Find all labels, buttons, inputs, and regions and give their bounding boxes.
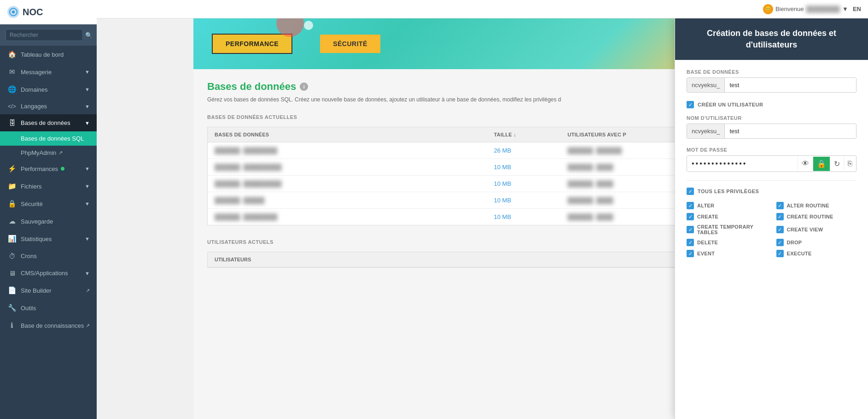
sidebar-item-tableau-de-bord[interactable]: 🏠 Tableau de bord bbox=[0, 46, 97, 63]
privilege-drop-checkbox[interactable]: ✓ bbox=[776, 239, 784, 246]
topbar-right: 😊 Bienvenue ████████ ▼ EN bbox=[763, 4, 861, 14]
tools-icon: 🔧 bbox=[7, 304, 17, 312]
privilege-drop: ✓ DROP bbox=[776, 239, 857, 246]
decorative-circle-sm bbox=[304, 21, 313, 30]
copy-password-button[interactable]: ⎘ bbox=[844, 157, 856, 171]
chevron-down-icon: ▼ bbox=[85, 69, 90, 75]
privilege-alter-label: ALTER bbox=[697, 203, 714, 208]
sidebar-item-crons[interactable]: ⏱ Crons bbox=[0, 248, 97, 265]
db-input-group: ncvyeksu_ bbox=[687, 77, 856, 93]
sidebar-item-bases-de-donnees-sql[interactable]: Bases de données SQL bbox=[0, 131, 97, 146]
sidebar-item-performances[interactable]: ⚡ Performances ▼ bbox=[0, 160, 97, 177]
sidebar-item-cms-applications[interactable]: 🖥 CMS/Applications ▼ bbox=[0, 265, 97, 282]
regenerate-password-button[interactable]: ↻ bbox=[830, 157, 844, 171]
privilege-create-checkbox[interactable]: ✓ bbox=[687, 213, 694, 220]
sidebar-item-label: Performances bbox=[21, 165, 58, 172]
sidebar-item-label: CMS/Applications bbox=[21, 270, 68, 277]
external-link-icon: ↗ bbox=[86, 323, 90, 329]
language-toggle[interactable]: EN bbox=[853, 6, 861, 12]
sidebar-item-label: Domaines bbox=[21, 86, 48, 93]
privilege-create-temp-checkbox[interactable]: ✓ bbox=[687, 226, 694, 233]
sidebar-subitem-label: PhpMyAdmin bbox=[21, 149, 56, 156]
database-icon: 🗄 bbox=[7, 119, 17, 127]
all-privileges-row: ✓ TOUS LES PRIVILÈGES bbox=[687, 188, 856, 195]
privilege-create-routine-checkbox[interactable]: ✓ bbox=[776, 213, 784, 220]
username-input[interactable] bbox=[725, 124, 856, 138]
main-content: × PERFORMANCE SÉCURITÉ Bases de données … bbox=[193, 18, 868, 419]
db-name: ██████, ████████ bbox=[215, 213, 494, 220]
performance-icon: ⚡ bbox=[7, 165, 17, 173]
sidebar-item-site-builder[interactable]: 📄 Site Builder ↗ bbox=[0, 282, 97, 299]
password-input[interactable] bbox=[687, 156, 798, 171]
sidebar-item-label: Site Builder bbox=[21, 287, 51, 294]
sidebar: NOC 🔍 🏠 Tableau de bord ✉ Messagerie ▼ 🌐… bbox=[0, 0, 97, 419]
privilege-event-label: EVENT bbox=[697, 251, 715, 256]
privilege-alter-routine-checkbox[interactable]: ✓ bbox=[776, 202, 784, 209]
privilege-execute: ✓ EXECUTE bbox=[776, 250, 857, 257]
sidebar-item-label: Base de connaissances bbox=[21, 322, 84, 329]
monitor-icon: 🖥 bbox=[7, 269, 17, 277]
sidebar-item-securite[interactable]: 🔒 Sécurité ▼ bbox=[0, 195, 97, 212]
show-password-button[interactable]: 👁 bbox=[798, 157, 813, 171]
security-banner-button[interactable]: SÉCURITÉ bbox=[320, 35, 380, 53]
topbar: 😊 Bienvenue ████████ ▼ EN bbox=[97, 0, 868, 18]
sidebar-item-outils[interactable]: 🔧 Outils bbox=[0, 299, 97, 317]
privilege-alter-routine: ✓ ALTER ROUTINE bbox=[776, 202, 857, 209]
privilege-create-temp: ✓ CREATE TEMPORARY TABLES bbox=[687, 224, 767, 235]
chart-icon: 📊 bbox=[7, 235, 17, 243]
db-input[interactable] bbox=[725, 78, 856, 92]
privilege-create-label: CREATE bbox=[697, 214, 718, 219]
all-privileges-label: TOUS LES PRIVILÈGES bbox=[698, 189, 759, 194]
create-user-row: ✓ CRÉER UN UTILISATEUR bbox=[687, 101, 856, 108]
sidebar-item-base-de-connaissance[interactable]: ℹ Base de connaissances ↗ bbox=[0, 317, 97, 334]
col-size: TAILLE ↓ bbox=[494, 132, 568, 137]
privilege-delete: ✓ DELETE bbox=[687, 239, 767, 246]
privilege-create-temp-label: CREATE TEMPORARY TABLES bbox=[697, 224, 767, 235]
db-prefix: ncvyeksu_ bbox=[687, 78, 725, 92]
privilege-event-checkbox[interactable]: ✓ bbox=[687, 250, 694, 257]
db-name: ██████, █████ bbox=[215, 197, 494, 204]
privilege-create-view-label: CREATE VIEW bbox=[787, 227, 823, 232]
chevron-down-icon: ▼ bbox=[85, 183, 90, 189]
username-input-group: ncvyeksu_ bbox=[687, 124, 856, 139]
sidebar-item-bases-de-donnees[interactable]: 🗄 Bases de données ▼ bbox=[0, 114, 97, 131]
user-menu[interactable]: 😊 Bienvenue ████████ ▼ bbox=[763, 4, 848, 14]
create-user-checkbox[interactable]: ✓ bbox=[687, 101, 694, 108]
chevron-down-icon: ▼ bbox=[85, 87, 90, 92]
lock-password-button[interactable]: 🔒 bbox=[813, 157, 830, 171]
performance-banner-button[interactable]: PERFORMANCE bbox=[212, 34, 292, 54]
search-icon[interactable]: 🔍 bbox=[85, 32, 93, 39]
sidebar-item-messagerie[interactable]: ✉ Messagerie ▼ bbox=[0, 63, 97, 81]
sidebar-item-sauvegarde[interactable]: ☁ Sauvegarde bbox=[0, 212, 97, 230]
privilege-create-routine: ✓ CREATE ROUTINE bbox=[776, 213, 857, 220]
creation-panel: Création de bases de données et d'utilis… bbox=[675, 18, 868, 419]
privilege-delete-checkbox[interactable]: ✓ bbox=[687, 239, 694, 246]
db-size: 10 MB bbox=[494, 213, 568, 220]
password-field-section: MOT DE PASSE 👁 🔒 ↻ ⎘ bbox=[687, 147, 856, 172]
home-icon: 🏠 bbox=[7, 50, 17, 59]
avatar: 😊 bbox=[763, 4, 773, 14]
sidebar-item-fichiers[interactable]: 📁 Fichiers ▼ bbox=[0, 177, 97, 195]
sidebar-item-statistiques[interactable]: 📊 Statistiques ▼ bbox=[0, 230, 97, 248]
page-icon: 📄 bbox=[7, 286, 17, 295]
username-prefix: ncvyeksu_ bbox=[687, 124, 725, 138]
sidebar-item-label: Sauvegarde bbox=[21, 218, 53, 225]
all-privileges-checkbox[interactable]: ✓ bbox=[687, 188, 694, 195]
info-tooltip-icon[interactable]: i bbox=[300, 83, 308, 91]
password-input-group: 👁 🔒 ↻ ⎘ bbox=[687, 155, 856, 172]
sidebar-item-langages[interactable]: </> Langages ▼ bbox=[0, 98, 97, 114]
sidebar-item-domaines[interactable]: 🌐 Domaines ▼ bbox=[0, 81, 97, 98]
search-input[interactable] bbox=[6, 29, 83, 41]
svg-point-2 bbox=[12, 11, 15, 13]
privilege-create-view-checkbox[interactable]: ✓ bbox=[776, 226, 784, 233]
sidebar-item-phpmyadmin[interactable]: PhpMyAdmin ↗ bbox=[0, 146, 97, 160]
divider bbox=[687, 180, 856, 181]
panel-title: Création de bases de données et d'utilis… bbox=[675, 18, 868, 60]
db-name: ██████, ████████ bbox=[215, 147, 494, 154]
privilege-alter-checkbox[interactable]: ✓ bbox=[687, 202, 694, 209]
privilege-execute-checkbox[interactable]: ✓ bbox=[776, 250, 784, 257]
username-field-label: NOM D'UTILISATEUR bbox=[687, 115, 856, 121]
chevron-down-icon: ▼ bbox=[842, 6, 848, 12]
chevron-down-icon: ▼ bbox=[85, 120, 90, 126]
mail-icon: ✉ bbox=[7, 68, 17, 76]
